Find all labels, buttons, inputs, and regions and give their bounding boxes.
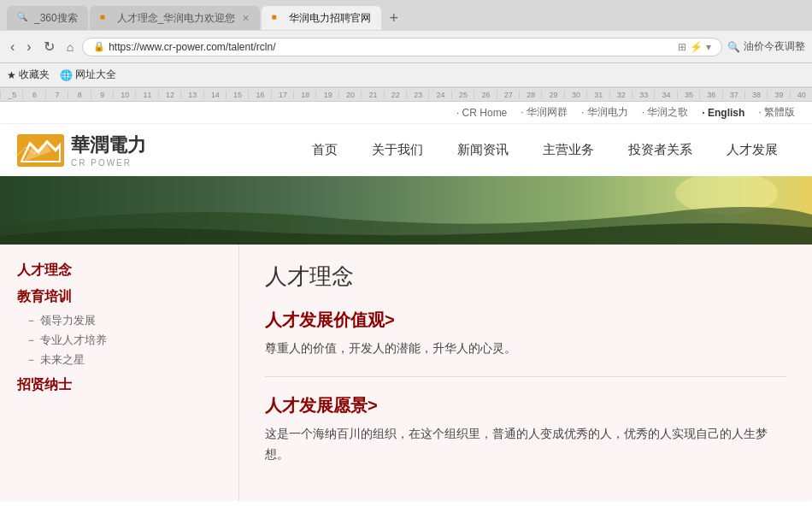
- bookmark-favorites[interactable]: ★ 收藏夹: [7, 68, 50, 82]
- nav-business[interactable]: 主营业务: [526, 135, 611, 165]
- sidebar-recruitment[interactable]: 招贤纳士: [17, 376, 221, 394]
- nav-investors[interactable]: 投资者关系: [611, 135, 709, 165]
- forward-button[interactable]: ›: [23, 38, 34, 56]
- section-desc-vision: 这是一个海纳百川的组织，在这个组织里，普通的人变成优秀的人，优秀的人实现自己的人…: [265, 424, 786, 465]
- bookmark-website-directory[interactable]: 🌐 网址大全: [60, 68, 116, 82]
- site-top-nav: · CR Home · 华润网群 · 华润电力 · 华润之歌 · English…: [0, 102, 812, 124]
- tab-360[interactable]: 🔍 _360搜索: [7, 6, 88, 30]
- tab-favicon-360: 🔍: [17, 12, 29, 24]
- top-nav-traditional[interactable]: · 繁體版: [758, 105, 795, 120]
- translate-icon[interactable]: ⊞: [678, 41, 686, 53]
- search-query: 油价今夜调整: [744, 39, 805, 54]
- nav-home[interactable]: 首页: [295, 135, 355, 165]
- section-desc-values: 尊重人的价值，开发人的潜能，升华人的心灵。: [265, 339, 786, 359]
- tab-favicon-talent: ■: [100, 12, 112, 24]
- page-title: 人才理念: [265, 262, 786, 292]
- section-divider-1: [265, 376, 786, 377]
- star-icon: ★: [7, 69, 16, 81]
- website-content: · CR Home · 华润网群 · 华润电力 · 华润之歌 · English…: [0, 102, 812, 507]
- chevron-down-icon[interactable]: ▾: [706, 41, 711, 53]
- hero-image: [0, 176, 812, 245]
- lock-icon: 🔒: [93, 41, 105, 52]
- sidebar-leadership[interactable]: 领导力发展: [17, 313, 221, 328]
- tab-bar: 🔍 _360搜索 ■ 人才理念_华润电力欢迎您 × ■ 华润电力招聘官网 +: [0, 0, 812, 31]
- sidebar-professional[interactable]: 专业人才培养: [17, 333, 221, 348]
- site-header: 華潤電力 CR POWER 首页 关于我们 新闻资讯 主营业务 投资者关系 人才…: [0, 124, 812, 176]
- logo-icon: [17, 134, 64, 167]
- sidebar-education[interactable]: 教育培训: [17, 288, 221, 306]
- section-link-vision[interactable]: 人才发展愿景>: [265, 394, 786, 417]
- logo-text: 華潤電力 CR POWER: [71, 133, 146, 168]
- search-section: 🔍 油价今夜调整: [727, 39, 805, 54]
- nav-talent[interactable]: 人才发展: [709, 135, 795, 165]
- home-button[interactable]: ⌂: [63, 38, 77, 56]
- bookmark-favorites-label: 收藏夹: [19, 68, 50, 82]
- tab-label-360: _360搜索: [34, 11, 78, 26]
- main-content: 人才理念 人才发展价值观> 尊重人的价值，开发人的潜能，升华人的心灵。 人才发展…: [239, 245, 812, 501]
- tab-label-recruitment: 华润电力招聘官网: [289, 11, 371, 26]
- nav-news[interactable]: 新闻资讯: [440, 135, 526, 165]
- refresh-button[interactable]: ↻: [40, 37, 58, 56]
- logo-chinese: 華潤電力: [71, 133, 146, 158]
- globe-icon: 🌐: [60, 69, 73, 81]
- back-button[interactable]: ‹: [7, 38, 18, 56]
- search-icon: 🔍: [727, 41, 740, 53]
- tab-talent[interactable]: ■ 人才理念_华润电力欢迎您 ×: [90, 6, 260, 30]
- bookmark-website-directory-label: 网址大全: [75, 68, 116, 82]
- lightning-icon: ⚡: [690, 41, 703, 53]
- section-link-values[interactable]: 人才发展价值观>: [265, 309, 786, 332]
- tab-favicon-recruitment: ■: [272, 12, 284, 24]
- hero-overlay: [0, 176, 812, 245]
- nav-about[interactable]: 关于我们: [355, 135, 440, 165]
- top-nav-cr-power[interactable]: · 华润电力: [581, 105, 628, 120]
- sidebar-talent-concept[interactable]: 人才理念: [17, 262, 221, 280]
- top-nav-cr-song[interactable]: · 华润之歌: [642, 105, 689, 120]
- browser-chrome: 🔍 _360搜索 ■ 人才理念_华润电力欢迎您 × ■ 华润电力招聘官网 + ‹…: [0, 0, 812, 88]
- top-nav-english[interactable]: · English: [702, 107, 744, 119]
- url-text: https://www.cr-power.com/talent/rcln/: [109, 41, 678, 53]
- tab-close-talent[interactable]: ×: [242, 11, 249, 25]
- top-nav-network[interactable]: · 华润网群: [521, 105, 568, 120]
- address-bar: ‹ › ↻ ⌂ 🔒 https://www.cr-power.com/talen…: [0, 31, 812, 63]
- ruler: _5 6 7 8 9 10 11 12 13 14 15 16 17 18 19…: [0, 88, 812, 102]
- bookmarks-bar: ★ 收藏夹 🌐 网址大全: [0, 63, 812, 87]
- logo-english: CR POWER: [71, 158, 146, 168]
- main-nav: 首页 关于我们 新闻资讯 主营业务 投资者关系 人才发展: [295, 135, 795, 165]
- ruler-inner: _5 6 7 8 9 10 11 12 13 14 15 16 17 18 19…: [0, 91, 812, 99]
- sidebar-future-star[interactable]: 未来之星: [17, 352, 221, 368]
- tab-recruitment[interactable]: ■ 华润电力招聘官网: [262, 6, 381, 30]
- top-nav-cr-home[interactable]: · CR Home: [456, 107, 507, 119]
- site-logo[interactable]: 華潤電力 CR POWER: [17, 133, 146, 168]
- url-actions: ⊞ ⚡ ▾: [678, 41, 711, 53]
- tab-label-talent: 人才理念_华润电力欢迎您: [117, 11, 236, 26]
- new-tab-button[interactable]: +: [385, 8, 404, 29]
- content-area: 人才理念 教育培训 领导力发展 专业人才培养 未来之星 招贤纳士 人才理念 人才…: [0, 245, 812, 501]
- sidebar: 人才理念 教育培训 领导力发展 专业人才培养 未来之星 招贤纳士: [0, 245, 239, 501]
- url-bar[interactable]: 🔒 https://www.cr-power.com/talent/rcln/ …: [82, 38, 722, 56]
